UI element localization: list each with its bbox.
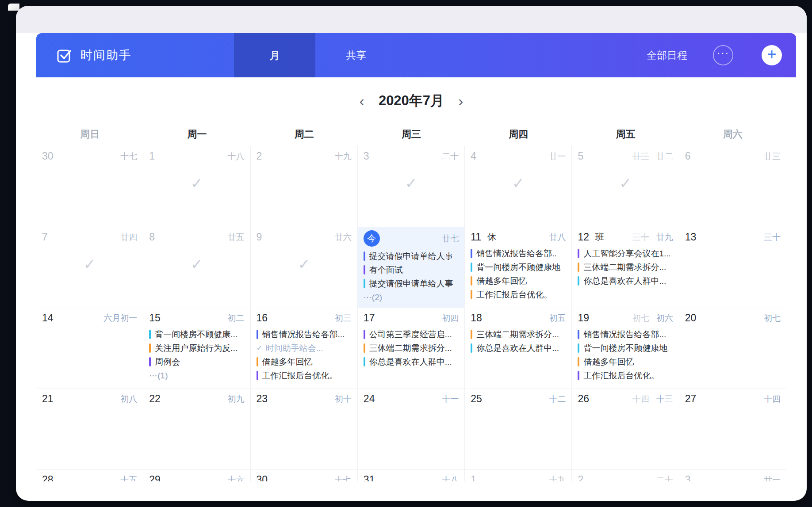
event-item[interactable]: 提交请假申请单给人事 <box>364 277 459 290</box>
event-item[interactable]: 三体端二期需求拆分... <box>578 260 673 274</box>
event-list: 销售情况报告给各部...背一间楼房不顾健康地借越多年回忆工作汇报后台优化。 <box>578 328 673 382</box>
day-cell[interactable]: 2十九 <box>251 146 358 227</box>
all-schedules-link[interactable]: 全部日程 <box>647 49 687 62</box>
event-item[interactable]: 你总是喜欢在人群中... <box>471 341 566 355</box>
prev-month-button[interactable]: ‹ <box>357 92 367 110</box>
all-done-check-icon: ✓ <box>572 175 678 192</box>
more-events-link[interactable]: ⋯(1) <box>149 369 244 382</box>
event-item[interactable]: 三体端二期需求拆分... <box>471 328 566 341</box>
day-cell[interactable]: 9廿六✓ <box>251 227 358 308</box>
day-cell[interactable]: 28十五 <box>36 470 143 481</box>
day-cell[interactable]: 30十七 <box>251 470 358 481</box>
day-cell[interactable]: 12班三十廿九人工智能分享会议在1...三体端二期需求拆分...你总是喜欢在人群… <box>572 227 679 308</box>
day-cell[interactable]: 15初二背一间楼房不顾健康...关注用户原始行为反...周例会⋯(1) <box>143 308 250 389</box>
event-item[interactable]: 背一间楼房不顾健康... <box>149 328 244 341</box>
event-item[interactable]: 借越多年回忆 <box>471 274 566 288</box>
day-cell[interactable]: 27十四 <box>679 389 786 470</box>
event-item[interactable]: 工作汇报后台优化。 <box>257 369 352 382</box>
event-item[interactable]: 销售情况报告给各部.. <box>471 247 566 260</box>
lunar-date: 廿一 <box>764 474 781 482</box>
day-cell[interactable]: 30十七 <box>36 146 143 227</box>
day-cell[interactable]: 今廿七提交请假申请单给人事有个面试提交请假申请单给人事⋯(2) <box>358 227 465 308</box>
day-cell[interactable]: 29十六 <box>143 470 250 481</box>
event-item[interactable]: 销售情况报告给各部... <box>257 328 352 341</box>
day-cell[interactable]: 7廿四✓ <box>36 227 143 308</box>
lunar-date: 十八 <box>228 151 245 162</box>
event-item[interactable]: 你总是喜欢在人群中... <box>578 274 673 288</box>
day-cell[interactable]: 22初九 <box>143 389 250 470</box>
day-cell[interactable]: 2二十 <box>572 470 679 481</box>
day-number: 28 <box>42 474 54 481</box>
day-cell[interactable]: 21初八 <box>36 389 143 470</box>
add-event-button[interactable]: + <box>762 45 782 65</box>
day-cell[interactable]: 3廿一 <box>679 470 786 481</box>
event-item[interactable]: 三体端二期需求拆分... <box>364 341 459 355</box>
calendar-app-window: 时间助手 月 共享 全部日程 ··· + ‹ 2020年7月 › 周日周一周二周… <box>16 6 807 501</box>
calendar-week-row: 21初八22初九23初十24十一25十二26十四十三27十四 <box>36 389 786 470</box>
lunar-date: 十四 <box>764 393 781 405</box>
event-color-bar <box>578 249 579 258</box>
day-cell[interactable]: 14六月初一 <box>36 308 143 389</box>
event-item[interactable]: 借越多年回忆 <box>578 355 673 369</box>
day-cell[interactable]: 16初三销售情况报告给各部...✓时间助手站会...借越多年回忆工作汇报后台优化… <box>251 308 358 389</box>
day-cell[interactable]: 5廿三廿二✓ <box>572 146 679 227</box>
event-item[interactable]: 你总是喜欢在人群中... <box>364 355 459 369</box>
event-color-bar <box>471 330 472 339</box>
day-cell[interactable]: 1十八✓ <box>143 146 250 227</box>
tab-month[interactable]: 月 <box>234 33 315 77</box>
event-item[interactable]: 背一间楼房不顾健康地 <box>578 341 673 355</box>
day-cell[interactable]: 26十四十三 <box>572 389 679 470</box>
day-number: 3 <box>685 474 691 481</box>
event-item[interactable]: 公司第三季度经营启... <box>364 328 459 341</box>
event-list: 提交请假申请单给人事有个面试提交请假申请单给人事⋯(2) <box>364 249 459 304</box>
day-number: 29 <box>149 474 161 481</box>
day-cell[interactable]: 24十一 <box>358 389 465 470</box>
lunar-date: 初五 <box>549 313 566 324</box>
event-item[interactable]: ✓时间助手站会... <box>257 341 352 355</box>
next-month-button[interactable]: › <box>456 92 466 110</box>
event-color-bar <box>257 330 258 339</box>
day-cell[interactable]: 3二十✓ <box>358 146 465 227</box>
event-item[interactable]: 工作汇报后台优化。 <box>578 369 673 382</box>
event-title: 三体端二期需求拆分... <box>476 329 559 340</box>
event-item[interactable]: 关注用户原始行为反... <box>149 341 244 355</box>
event-item[interactable]: 销售情况报告给各部... <box>578 328 673 341</box>
lunar-date: 十二 <box>549 393 566 405</box>
event-title: 工作汇报后台优化。 <box>476 289 552 301</box>
event-title: 销售情况报告给各部.. <box>476 248 557 259</box>
lunar-date: 初六 <box>656 313 673 324</box>
day-cell[interactable]: 17初四公司第三季度经营启...三体端二期需求拆分...你总是喜欢在人群中... <box>358 308 465 389</box>
lunar-date-struck: 十四 <box>632 393 649 405</box>
event-item[interactable]: 人工智能分享会议在1... <box>578 247 673 260</box>
tab-share[interactable]: 共享 <box>315 33 397 77</box>
day-cell[interactable]: 25十二 <box>465 389 572 470</box>
day-cell[interactable]: 4廿一✓ <box>465 146 572 227</box>
event-item[interactable]: 周例会 <box>149 355 244 369</box>
lunar-date: 廿八 <box>549 232 566 243</box>
day-cell[interactable]: 6廿三 <box>679 146 786 227</box>
day-cell[interactable]: 18初五三体端二期需求拆分...你总是喜欢在人群中... <box>465 308 572 389</box>
event-item[interactable]: 有个面试 <box>364 263 459 277</box>
event-title: 时间助手站会... <box>266 343 323 354</box>
day-cell[interactable]: 11休廿八销售情况报告给各部..背一间楼房不顾健康地借越多年回忆工作汇报后台优化… <box>465 227 572 308</box>
background-window-corner <box>8 4 19 11</box>
event-item[interactable]: 背一间楼房不顾健康地 <box>471 260 566 274</box>
day-number: 9 <box>257 231 262 243</box>
day-cell[interactable]: 13三十 <box>679 227 786 308</box>
day-cell[interactable]: 23初十 <box>251 389 358 470</box>
day-cell[interactable]: 8廿五✓ <box>143 227 250 308</box>
more-options-button[interactable]: ··· <box>713 45 733 65</box>
event-list: 公司第三季度经营启...三体端二期需求拆分...你总是喜欢在人群中... <box>364 328 459 369</box>
event-item[interactable]: 工作汇报后台优化。 <box>471 288 566 301</box>
day-cell[interactable]: 1十九 <box>465 470 572 481</box>
event-color-bar <box>149 330 151 339</box>
day-cell[interactable]: 19初七初六销售情况报告给各部...背一间楼房不顾健康地借越多年回忆工作汇报后台… <box>572 308 679 389</box>
more-events-link[interactable]: ⋯(2) <box>364 290 459 304</box>
event-item[interactable]: 借越多年回忆 <box>257 355 352 369</box>
day-cell[interactable]: 20初七 <box>679 308 786 389</box>
event-title: 销售情况报告给各部... <box>583 329 666 340</box>
event-title: 你总是喜欢在人群中... <box>583 275 666 287</box>
event-color-bar <box>364 357 365 366</box>
day-cell[interactable]: 31十八 <box>358 470 465 481</box>
event-item[interactable]: 提交请假申请单给人事 <box>364 249 459 263</box>
